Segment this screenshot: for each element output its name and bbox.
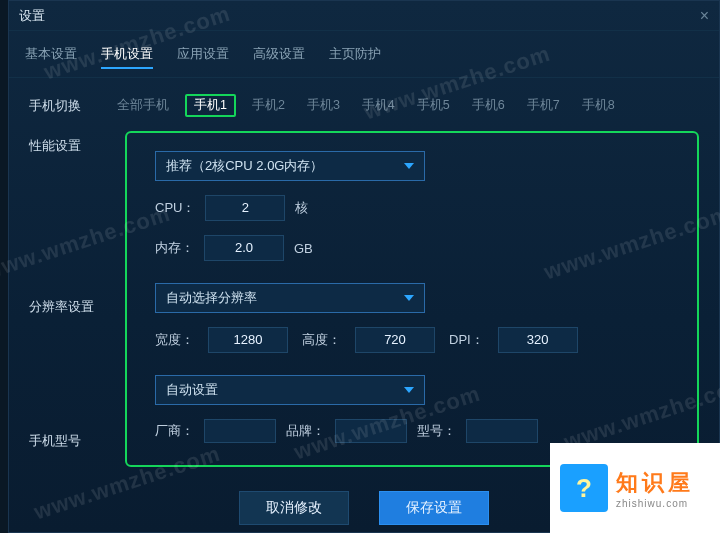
tab-basic[interactable]: 基本设置 [25, 41, 77, 69]
phone-tab-1[interactable]: 手机1 [185, 94, 236, 117]
cpu-row: CPU： 2 核 [155, 195, 669, 221]
site-logo: 知识屋 zhishiwu.com [550, 443, 720, 533]
res-preset-value: 自动选择分辨率 [166, 289, 257, 307]
phone-tab-2[interactable]: 手机2 [246, 95, 291, 116]
phone-tab-6[interactable]: 手机6 [466, 95, 511, 116]
phone-switch-label: 手机切换 [29, 97, 99, 115]
dpi-input[interactable]: 320 [498, 327, 578, 353]
mem-row: 内存： 2.0 GB [155, 235, 669, 261]
perf-preset-value: 推荐（2核CPU 2.0G内存） [166, 157, 323, 175]
model-preset-value: 自动设置 [166, 381, 218, 399]
cpu-input[interactable]: 2 [205, 195, 285, 221]
chevron-down-icon [404, 295, 414, 301]
tab-phone[interactable]: 手机设置 [101, 41, 153, 69]
save-button[interactable]: 保存设置 [379, 491, 489, 525]
tab-advanced[interactable]: 高级设置 [253, 41, 305, 69]
phone-tab-8[interactable]: 手机8 [576, 95, 621, 116]
logo-text: 知识屋 zhishiwu.com [616, 468, 694, 509]
vendor-input[interactable] [204, 419, 276, 443]
tab-app[interactable]: 应用设置 [177, 41, 229, 69]
logo-url: zhishiwu.com [616, 498, 694, 509]
cancel-button[interactable]: 取消修改 [239, 491, 349, 525]
model-preset-select[interactable]: 自动设置 [155, 375, 425, 405]
window-title: 设置 [19, 7, 45, 25]
settings-grid: 性能设置 推荐（2核CPU 2.0G内存） CPU： 2 核 内存： 2.0 [29, 131, 699, 467]
res-fields: 自动选择分辨率 宽度： 1280 高度： 720 DPI： 320 [155, 283, 669, 353]
phone-tabs: 全部手机 手机1 手机2 手机3 手机4 手机5 手机6 手机7 手机8 [111, 94, 621, 117]
perf-preset-select[interactable]: 推荐（2核CPU 2.0G内存） [155, 151, 425, 181]
phone-tab-5[interactable]: 手机5 [411, 95, 456, 116]
logo-cn: 知识屋 [616, 468, 694, 498]
highlight-box: 推荐（2核CPU 2.0G内存） CPU： 2 核 内存： 2.0 GB [125, 131, 699, 467]
model-row: 厂商： 品牌： 型号： [155, 419, 669, 443]
chevron-down-icon [404, 163, 414, 169]
phone-switch-row: 手机切换 全部手机 手机1 手机2 手机3 手机4 手机5 手机6 手机7 手机… [29, 94, 699, 117]
phone-tab-all[interactable]: 全部手机 [111, 95, 175, 116]
cpu-label: CPU： [155, 199, 195, 217]
vendor-label: 厂商： [155, 422, 194, 440]
chevron-down-icon [404, 387, 414, 393]
res-preset-select[interactable]: 自动选择分辨率 [155, 283, 425, 313]
height-label: 高度： [302, 331, 341, 349]
titlebar: 设置 × [9, 1, 719, 31]
width-input[interactable]: 1280 [208, 327, 288, 353]
perf-fields: 推荐（2核CPU 2.0G内存） CPU： 2 核 内存： 2.0 GB [155, 151, 669, 261]
phone-tab-3[interactable]: 手机3 [301, 95, 346, 116]
model-input[interactable] [466, 419, 538, 443]
model-fields: 自动设置 厂商： 品牌： 型号： [155, 375, 669, 443]
cpu-unit: 核 [295, 199, 308, 217]
close-icon[interactable]: × [700, 7, 709, 25]
height-input[interactable]: 720 [355, 327, 435, 353]
res-label: 分辨率设置 [29, 292, 109, 316]
tab-homepage[interactable]: 主页防护 [329, 41, 381, 69]
res-row: 宽度： 1280 高度： 720 DPI： 320 [155, 327, 669, 353]
phone-tab-7[interactable]: 手机7 [521, 95, 566, 116]
mem-input[interactable]: 2.0 [204, 235, 284, 261]
main-tabs: 基本设置 手机设置 应用设置 高级设置 主页防护 [9, 31, 719, 78]
width-label: 宽度： [155, 331, 194, 349]
perf-label: 性能设置 [29, 131, 109, 155]
brand-label: 品牌： [286, 422, 325, 440]
brand-input[interactable] [335, 419, 407, 443]
model-label: 手机型号 [29, 426, 109, 450]
phone-tab-4[interactable]: 手机4 [356, 95, 401, 116]
mem-unit: GB [294, 241, 313, 256]
logo-icon [560, 464, 608, 512]
mem-label: 内存： [155, 239, 194, 257]
model-no-label: 型号： [417, 422, 456, 440]
dpi-label: DPI： [449, 331, 484, 349]
